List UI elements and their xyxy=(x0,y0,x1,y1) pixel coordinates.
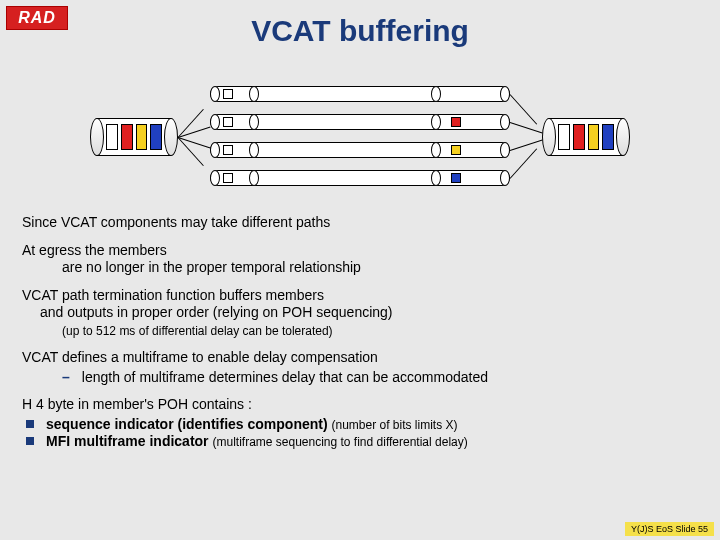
input-pipe xyxy=(90,118,178,156)
text-sub: (number of bits limits X) xyxy=(331,418,457,432)
member-path-1 xyxy=(210,86,510,102)
text-sub: (multiframe sequencing to find different… xyxy=(212,435,467,449)
text: length of multiframe determines delay th… xyxy=(82,369,488,387)
bullet-item: MFI multiframe indicator (multiframe seq… xyxy=(22,433,698,451)
text: VCAT defines a multiframe to enable dela… xyxy=(22,349,378,365)
square-bullet-icon xyxy=(26,420,34,428)
slide-body: Since VCAT components may take different… xyxy=(22,214,698,451)
text: VCAT path termination function buffers m… xyxy=(22,287,324,303)
sub-bullet: – length of multiframe determines delay … xyxy=(22,369,698,387)
member-path-4 xyxy=(210,170,510,186)
text: MFI multiframe indicator xyxy=(46,433,212,449)
text: sequence indicator (identifies component… xyxy=(46,416,331,432)
member-path-2 xyxy=(210,114,510,130)
text: and outputs in proper order (relying on … xyxy=(22,304,393,320)
paragraph-3: VCAT path termination function buffers m… xyxy=(22,287,698,340)
dash-icon: – xyxy=(62,369,70,387)
text: are no longer in the proper temporal rel… xyxy=(22,259,361,275)
bullet-item: sequence indicator (identifies component… xyxy=(22,416,698,434)
text: At egress the members xyxy=(22,242,167,258)
paragraph-4: VCAT defines a multiframe to enable dela… xyxy=(22,349,698,367)
member-path-3 xyxy=(210,142,510,158)
paragraph-2: At egress the members are no longer in t… xyxy=(22,242,698,277)
output-pipe xyxy=(542,118,630,156)
slide-title: VCAT buffering xyxy=(0,14,720,48)
vcat-diagram xyxy=(90,78,630,198)
square-bullet-icon xyxy=(26,437,34,445)
paragraph-1: Since VCAT components may take different… xyxy=(22,214,698,232)
slide-footer: Y(J)S EoS Slide 55 xyxy=(625,522,714,536)
paragraph-5: H 4 byte in member's POH contains : xyxy=(22,396,698,414)
text-sub: (up to 512 ms of differential delay can … xyxy=(22,324,333,338)
